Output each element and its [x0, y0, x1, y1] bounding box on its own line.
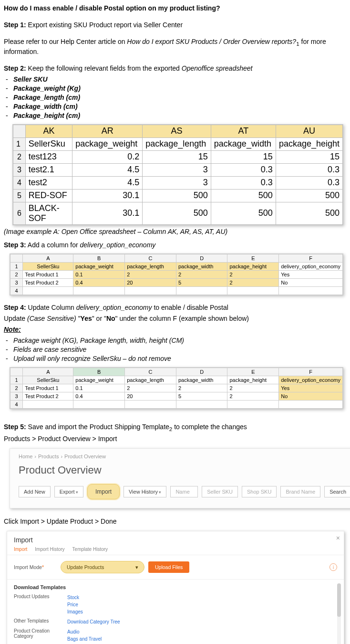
template-link[interactable]: Images	[67, 608, 83, 615]
cell: 3	[143, 163, 211, 176]
template-link[interactable]: Stock	[67, 594, 83, 601]
search-button[interactable]: Search	[324, 486, 350, 497]
cell: RED-SOF	[25, 189, 72, 202]
import-button[interactable]: Import	[87, 484, 120, 499]
template-link[interactable]: Price	[67, 601, 83, 608]
seller-sku-input[interactable]: Seller SKU	[202, 486, 238, 497]
cell: 5	[176, 392, 227, 400]
cell: 2	[227, 392, 279, 400]
toolbar: Add New Export Import View History Name …	[19, 484, 350, 499]
step3-italic: delivery_option_economy	[80, 241, 156, 249]
view-history-button[interactable]: View History	[124, 486, 166, 497]
cell: SellerSku	[25, 137, 72, 150]
crumb-item[interactable]: Home	[19, 454, 32, 459]
col-header: A	[23, 368, 73, 376]
bullet: Package weight (KG), Package length, wid…	[13, 336, 184, 345]
bullet: Package_length (cm)	[13, 93, 80, 102]
step4-line1: Step 4: Update Column delivery_option_ec…	[4, 303, 346, 312]
row-number: 1	[10, 376, 23, 384]
step4-line2: Update (Case Sensitive) "Yes" or "No" un…	[4, 314, 346, 323]
cell: package_length	[143, 137, 211, 150]
cell: 0.2	[72, 150, 143, 163]
section-label: Other Templates	[14, 618, 62, 625]
refer-link: How do I export SKU Products / Order Ove…	[127, 38, 296, 45]
scrollbar[interactable]	[337, 583, 341, 644]
col-header: C	[125, 368, 176, 376]
name-input[interactable]: Name	[170, 486, 198, 497]
step1-text: Export existing SKU Product report via S…	[28, 21, 183, 29]
col-header: A	[23, 254, 73, 263]
corner-cell	[10, 368, 23, 376]
cell: 15	[276, 150, 342, 163]
cell	[227, 287, 279, 295]
template-link[interactable]: Audio	[67, 628, 113, 635]
cell: 15	[143, 150, 211, 163]
cell: 20	[125, 392, 176, 400]
cell: 30.1	[72, 202, 143, 224]
col-header: AR	[72, 125, 143, 137]
cell: SellerSku	[23, 376, 73, 384]
step-label: Step 3:	[4, 241, 26, 249]
cell: 0.3	[276, 163, 342, 176]
row-number: 4	[13, 176, 26, 189]
step2: Step 2: Keep the following relevant fiel…	[4, 64, 346, 73]
chevron-down-icon: ▾	[135, 564, 138, 570]
cell: 500	[276, 189, 342, 202]
cell: package_weight	[72, 137, 143, 150]
row-number: 3	[10, 279, 23, 287]
step1-refer: Please refer to our Help Center article …	[4, 37, 346, 56]
breadcrumb: Home›Products›Product Overview	[19, 454, 350, 459]
modal-tabs: Import Import History Template History	[7, 547, 344, 555]
cell: Test Product 2	[23, 279, 73, 287]
row-number: 4	[10, 400, 23, 408]
row-number: 3	[10, 392, 23, 400]
bullet: Package_weight (Kg)	[13, 84, 81, 93]
crumb-item[interactable]: Products	[38, 454, 59, 459]
cell: Test Product 1	[23, 384, 73, 392]
step4-note: Note:	[4, 325, 346, 334]
tab-import[interactable]: Import	[14, 547, 27, 552]
cell	[279, 287, 343, 295]
cell: No	[279, 392, 343, 400]
crumb-item[interactable]: Product Overview	[64, 454, 106, 459]
col-header: F	[279, 368, 343, 376]
cell	[23, 287, 73, 295]
spreadsheet-b: A B C D E F 1 SellerSku package_weight p…	[10, 253, 343, 296]
template-link[interactable]: Bags and Travel	[67, 635, 113, 643]
tab-import-history[interactable]: Import History	[35, 547, 64, 552]
shop-sku-input[interactable]: Shop SKU	[242, 486, 277, 497]
brand-input[interactable]: Brand Name	[280, 486, 320, 497]
scrollbar-thumb[interactable]	[337, 583, 341, 617]
row-number: 3	[13, 163, 26, 176]
cell: 500	[276, 202, 342, 224]
section-label: Product Updates	[14, 594, 62, 615]
cell	[125, 400, 176, 408]
import-mode-select[interactable]: Update Products ▾	[61, 561, 144, 573]
cell: package_length	[125, 376, 176, 384]
cell: 2	[125, 384, 176, 392]
add-new-button[interactable]: Add New	[19, 486, 51, 497]
cell: 4.5	[72, 163, 143, 176]
cell	[73, 400, 125, 408]
cell: package_width	[176, 376, 227, 384]
tab-template-history[interactable]: Template History	[72, 547, 108, 552]
cell: package_width	[176, 263, 227, 271]
bullet: Package_height (cm)	[13, 111, 80, 120]
step3-prefix: Add a column for	[28, 241, 80, 249]
export-button[interactable]: Export	[54, 486, 83, 497]
col-header: B	[73, 254, 125, 263]
info-icon[interactable]: i	[329, 563, 337, 571]
cell: 2	[176, 384, 227, 392]
spreadsheet-c: A B C D E F 1 SellerSku package_weight p…	[10, 367, 343, 409]
cell	[176, 287, 227, 295]
upload-files-button[interactable]: Upload Files	[148, 561, 189, 573]
template-link[interactable]: Download Category Tree	[67, 618, 120, 625]
cell: package_width	[211, 137, 276, 150]
cell: 0.4	[73, 392, 125, 400]
cell: 2	[227, 384, 279, 392]
close-icon[interactable]: ×	[336, 534, 340, 542]
cell: BLACK-SOF	[25, 202, 72, 224]
import-modal: × Import Import Import History Template …	[7, 531, 344, 644]
step-label: Step 1:	[4, 21, 26, 29]
corner-cell	[10, 254, 23, 263]
